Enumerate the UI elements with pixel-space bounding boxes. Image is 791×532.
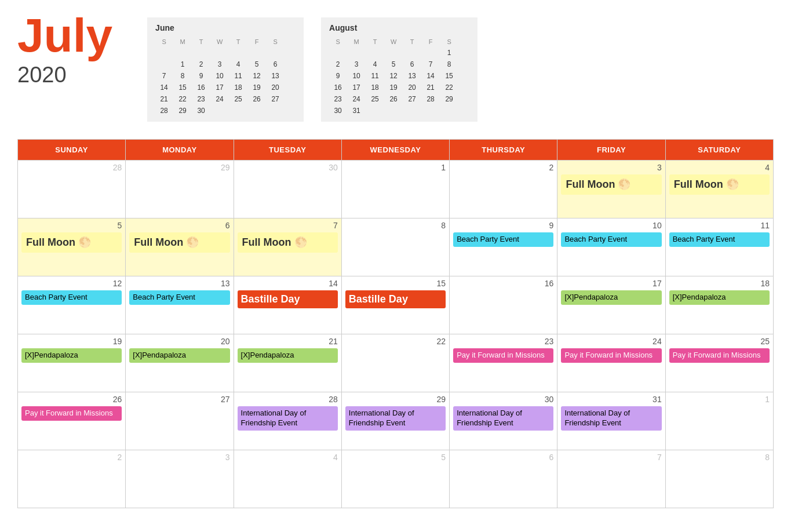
mini-cal-day: 21 (422, 82, 439, 93)
mini-cal-day: 14 (422, 71, 439, 81)
calendar-event[interactable]: [X]Pendapaloza (669, 290, 770, 305)
date-number: 7 (561, 453, 661, 462)
calendar-col-header: SATURDAY (665, 140, 773, 161)
calendar-cell: 17[X]Pendapaloza (557, 276, 665, 334)
mini-cal-day: 17 (211, 82, 228, 93)
mini-cal-day: 7 (422, 59, 439, 70)
date-number: 17 (561, 279, 661, 288)
calendar-event[interactable]: [X]Pendapaloza (561, 290, 661, 305)
mini-cal-day-header: W (211, 37, 228, 46)
calendar-event[interactable]: Full Moon 🌕 (561, 174, 661, 195)
calendar-event[interactable]: Beach Party Event (129, 290, 229, 305)
calendar-event[interactable]: Pay it Forward in Missions (453, 348, 553, 363)
mini-cal-day: 10 (348, 71, 365, 81)
year-title: 2020 (17, 63, 112, 88)
mini-cal-day-header: S (155, 37, 173, 46)
mini-cal-day: 12 (385, 71, 402, 81)
date-number: 24 (561, 337, 661, 346)
calendar-cell: 27 (126, 392, 234, 450)
calendar-cell: 3Full Moon 🌕 (557, 161, 665, 218)
calendar-event[interactable]: Beach Party Event (561, 232, 661, 247)
calendar-cell: 5 (341, 450, 449, 508)
mini-cal-day-header: W (385, 37, 402, 46)
date-number: 11 (669, 221, 770, 230)
mini-cal-day: 22 (174, 94, 191, 104)
calendar-event[interactable]: [X]Pendapaloza (238, 348, 338, 363)
calendar-event[interactable]: Pay it Forward in Missions (669, 348, 770, 363)
date-number: 19 (21, 337, 122, 346)
mini-cal-day-header: S (329, 37, 347, 46)
calendar-event[interactable]: Beach Party Event (453, 232, 553, 247)
calendar-week-row: 26Pay it Forward in Missions2728Internat… (18, 392, 774, 450)
date-number: 7 (238, 221, 338, 230)
mini-cal-day: 3 (211, 59, 228, 70)
mini-cal-day: 29 (440, 94, 458, 104)
date-number: 4 (669, 163, 770, 172)
mini-cal-day: 24 (211, 94, 228, 104)
date-number: 10 (561, 221, 661, 230)
mini-cal-day: 23 (329, 94, 347, 104)
calendar-event[interactable]: Pay it Forward in Missions (21, 406, 122, 421)
date-number: 12 (21, 279, 122, 288)
calendar-event[interactable]: International Day of Friendship Event (345, 406, 446, 431)
calendar-cell: 4Full Moon 🌕 (665, 161, 773, 218)
mini-cal-day: 18 (366, 82, 384, 93)
mini-cal-day: 24 (348, 94, 365, 104)
calendar-event[interactable]: Beach Party Event (669, 232, 770, 247)
mini-cal-day: 19 (248, 82, 265, 93)
mini-cal-day-header: M (174, 37, 191, 46)
calendar-event[interactable]: Full Moon 🌕 (669, 174, 770, 195)
calendar-col-header: FRIDAY (557, 140, 665, 161)
mini-cal-day: 8 (440, 59, 458, 70)
calendar-cell: 6 (450, 450, 557, 508)
calendar-cell: 29 (126, 161, 234, 218)
calendar-col-header: TUESDAY (234, 140, 341, 161)
calendar-event[interactable]: [X]Pendapaloza (129, 348, 229, 363)
calendar-event[interactable]: Full Moon 🌕 (21, 232, 122, 253)
calendar-event[interactable]: International Day of Friendship Event (561, 406, 661, 431)
calendar-cell: 14Bastille Day (234, 276, 341, 334)
mini-cal-day: 17 (348, 82, 365, 93)
mini-cal-day: 5 (248, 59, 265, 70)
date-number: 25 (669, 337, 770, 346)
date-number: 14 (238, 279, 338, 288)
mini-cal-august-header: August (329, 23, 469, 32)
mini-cal-day: 9 (192, 71, 210, 81)
calendar-cell: 18[X]Pendapaloza (665, 276, 773, 334)
calendar-event[interactable]: Bastille Day (345, 290, 446, 308)
mini-cal-day-header: T (366, 37, 384, 46)
date-number: 29 (345, 395, 446, 404)
calendar-cell: 6Full Moon 🌕 (126, 218, 234, 276)
calendar-cell: 7 (557, 450, 665, 508)
mini-cal-day: 25 (366, 94, 384, 104)
calendar-event[interactable]: Pay it Forward in Missions (561, 348, 661, 363)
date-number: 6 (129, 221, 229, 230)
calendar-col-header: MONDAY (126, 140, 234, 161)
mini-cal-day: 22 (440, 82, 458, 93)
mini-cal-day: 29 (174, 105, 191, 116)
mini-cal-day: 14 (155, 82, 173, 93)
mini-cal-day: 25 (229, 94, 247, 104)
calendar-event[interactable]: [X]Pendapaloza (21, 348, 122, 363)
mini-cal-day: 13 (267, 71, 284, 81)
mini-cal-day: 1 (174, 59, 191, 70)
date-number: 30 (238, 163, 338, 172)
calendar-event[interactable]: Bastille Day (238, 290, 338, 308)
calendar-event[interactable]: Full Moon 🌕 (238, 232, 338, 253)
calendar-event[interactable]: Full Moon 🌕 (129, 232, 229, 253)
calendar-event[interactable]: International Day of Friendship Event (453, 406, 553, 431)
calendar-cell: 15Bastille Day (341, 276, 449, 334)
month-title: July (17, 12, 112, 59)
calendar-cell: 8 (341, 218, 449, 276)
mini-cal-june-header: June (155, 23, 296, 32)
calendar-cell: 2 (18, 450, 126, 508)
calendar-header-row: SUNDAYMONDAYTUESDAYWEDNESDAYTHURSDAYFRID… (18, 140, 774, 161)
date-number: 26 (21, 395, 122, 404)
calendar-cell: 13Beach Party Event (126, 276, 234, 334)
calendar-event[interactable]: Beach Party Event (21, 290, 122, 305)
date-number: 22 (345, 337, 446, 346)
mini-cal-day: 26 (385, 94, 402, 104)
mini-cal-day: 9 (329, 71, 347, 81)
calendar-event[interactable]: International Day of Friendship Event (238, 406, 338, 431)
calendar-cell: 22 (341, 334, 449, 392)
